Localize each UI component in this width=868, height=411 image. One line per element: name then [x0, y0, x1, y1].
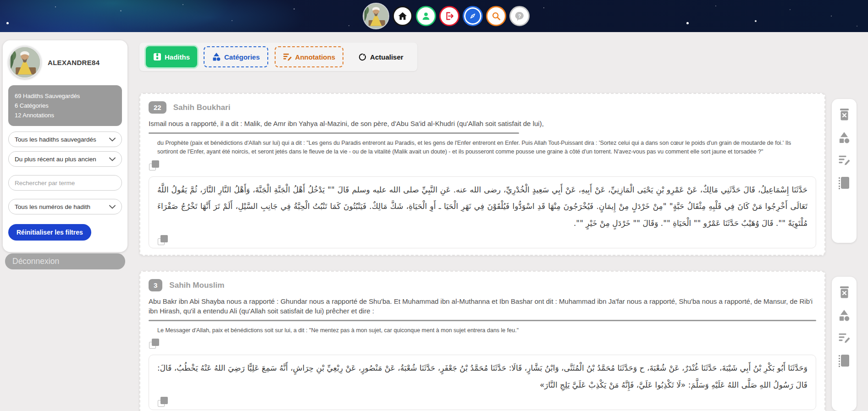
tabs-bar: Hadiths Catégories Annotations Actualise…	[139, 43, 417, 71]
annotate-icon	[838, 332, 851, 343]
chevron-down-icon	[109, 157, 116, 161]
stat-categories: 6 Catégories	[15, 102, 116, 109]
copy-arabic-button[interactable]	[158, 235, 168, 245]
user-avatar[interactable]	[8, 46, 41, 79]
hadith-number-badge: 3	[149, 279, 162, 291]
annotate-hadith-button[interactable]	[838, 332, 851, 343]
annotate-icon	[838, 154, 851, 165]
hadith-card: 3 Sahih Mouslim Abu Bakr ibn Abi Shayba …	[139, 271, 825, 411]
journal-icon	[838, 176, 850, 190]
hadith-number-select-value: Tous les numéros de hadith	[15, 203, 90, 210]
delete-hadith-button[interactable]	[838, 108, 851, 121]
hadith-narration-text: Ismail nous a rapporté, il a dit : Malik…	[149, 119, 816, 128]
search-term-input[interactable]	[8, 175, 122, 191]
sort-order-select-value: Du plus récent au plus ancien	[15, 156, 96, 163]
categories-icon	[838, 309, 851, 322]
categories-shapes-icon	[212, 52, 221, 61]
arabic-text-box: وَحَدَّثَنَا أَبُو بَكْرِ بْنُ أَبِي شَي…	[149, 355, 816, 410]
stat-hadiths-saved: 69 Hadiths Sauvegardés	[15, 93, 116, 99]
username-label: ALEXANDRE84	[48, 59, 100, 66]
compass-icon	[467, 11, 478, 22]
hadith-narration-text: Abu Bakr ibn Abi Shayba nous a rapporté …	[149, 296, 816, 316]
annotate-hadith-button[interactable]	[838, 154, 851, 165]
sort-order-select[interactable]: Du plus récent au plus ancien	[8, 151, 122, 167]
assign-category-button[interactable]	[838, 309, 851, 322]
divider	[149, 320, 816, 321]
scholar-illustration	[10, 47, 40, 77]
hadith-quote-text: Le Messager d'Allah, paix et bénédiction…	[157, 326, 816, 335]
saved-hadiths-select[interactable]: Tous les hadiths sauvegardés	[8, 132, 122, 147]
hadith-arabic-text: وَحَدَّثَنَا أَبُو بَكْرِ بْنُ أَبِي شَي…	[157, 360, 807, 393]
hadith-arabic-text: حَدَّثَنَا إِسْمَاعِيلُ، قَالَ حَدَّثَنِ…	[157, 181, 807, 232]
save-icon	[153, 53, 161, 61]
sidebar-panel: ALEXANDRE84 69 Hadiths Sauvegardés 6 Cat…	[3, 40, 127, 252]
topbar-nav-cluster: ?	[363, 0, 530, 32]
profile-header: ALEXANDRE84	[3, 46, 127, 79]
hadith-quote-text: du Prophète (paix et bénédictions d'Alla…	[157, 139, 816, 157]
tab-hadiths[interactable]: Hadiths	[146, 46, 197, 67]
logout-text-button[interactable]: Déconnexion	[5, 253, 125, 269]
tab-refresh[interactable]: Actualiser	[350, 46, 412, 67]
tab-hadiths-label: Hadiths	[165, 53, 190, 61]
chevron-down-icon	[109, 205, 116, 209]
arabic-text-box: حَدَّثَنَا إِسْمَاعِيلُ، قَالَ حَدَّثَنِ…	[149, 176, 816, 249]
scholar-illustration	[364, 4, 388, 28]
card-action-rail	[832, 277, 857, 411]
profile-button[interactable]	[416, 6, 436, 26]
home-icon	[398, 11, 408, 21]
copy-translation-button[interactable]	[149, 339, 159, 349]
tab-categories-label: Catégories	[224, 53, 260, 61]
logout-button[interactable]	[439, 6, 459, 26]
search-button[interactable]	[486, 6, 506, 26]
tab-annotations[interactable]: Annotations	[275, 46, 344, 67]
svg-text:?: ?	[518, 13, 521, 19]
hadith-source-title: Sahih Boukhari	[173, 103, 231, 112]
hadith-card-header: 3 Sahih Mouslim	[149, 279, 816, 291]
app-logo-avatar	[363, 3, 389, 29]
reset-filters-button[interactable]: Réinitialiser les filtres	[8, 224, 91, 241]
delete-hadith-button[interactable]	[838, 286, 851, 299]
journal-icon	[838, 354, 850, 367]
hadith-card: 22 Sahih Boukhari Ismail nous a rapporté…	[139, 93, 825, 256]
view-journal-button[interactable]	[838, 354, 850, 367]
tab-categories[interactable]: Catégories	[204, 46, 268, 67]
delete-icon	[838, 108, 851, 121]
tab-refresh-label: Actualiser	[370, 53, 404, 61]
stats-box: 69 Hadiths Sauvegardés 6 Catégories 12 A…	[8, 85, 122, 126]
tab-annotations-label: Annotations	[295, 53, 336, 61]
saved-hadiths-select-value: Tous les hadiths sauvegardés	[15, 136, 96, 143]
help-icon: ?	[514, 11, 525, 22]
user-icon	[421, 11, 431, 21]
hadith-card-header: 22 Sahih Boukhari	[149, 101, 816, 114]
annotations-pen-icon	[283, 53, 292, 61]
hadith-source-title: Sahih Mouslim	[169, 281, 224, 290]
stat-annotations: 12 Annotations	[15, 112, 116, 119]
help-button[interactable]: ?	[509, 6, 530, 26]
hadith-number-select[interactable]: Tous les numéros de hadith	[8, 199, 122, 214]
logout-icon	[444, 11, 454, 21]
card-action-rail	[832, 99, 857, 243]
hadith-number-badge: 22	[149, 101, 166, 114]
explore-button[interactable]	[463, 6, 483, 26]
divider	[149, 132, 519, 134]
search-icon	[491, 11, 501, 21]
top-navigation-bar: ?	[0, 0, 868, 32]
home-button[interactable]	[393, 6, 413, 26]
copy-arabic-button[interactable]	[158, 397, 168, 407]
assign-category-button[interactable]	[838, 132, 851, 144]
view-journal-button[interactable]	[838, 176, 850, 190]
categories-icon	[838, 132, 851, 144]
refresh-icon	[358, 53, 367, 61]
chevron-down-icon	[109, 137, 116, 142]
copy-translation-button[interactable]	[149, 160, 159, 170]
delete-icon	[838, 286, 851, 299]
